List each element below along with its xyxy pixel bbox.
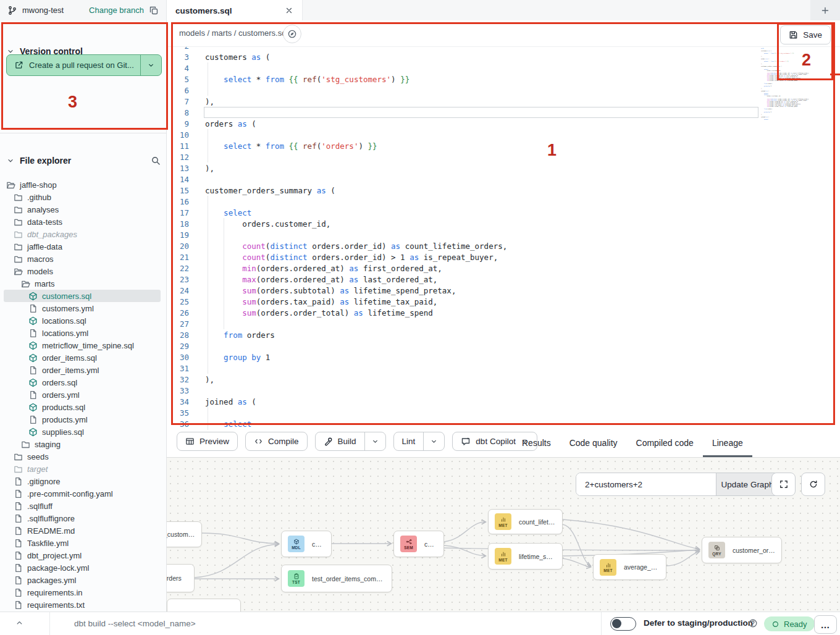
tree-item-customers.sql[interactable]: customers.sql xyxy=(28,290,91,302)
search-icon[interactable] xyxy=(151,156,161,166)
help-icon[interactable] xyxy=(748,618,758,628)
tree-item-analyses[interactable]: analyses xyxy=(14,203,59,216)
tree-item-Taskfile.yml[interactable]: Taskfile.yml xyxy=(14,537,69,549)
tree-item-label: products.yml xyxy=(42,415,88,424)
more-options-button[interactable]: … xyxy=(814,615,837,634)
node-badge-SEM: SEM xyxy=(400,536,417,552)
lineage-node-customers[interactable]: MDLcustomers xyxy=(281,531,332,557)
update-graph-button[interactable]: Update Graph xyxy=(716,473,778,495)
tree-item-requirements.txt[interactable]: requirements.txt xyxy=(14,599,85,611)
tree-item-package-lock.yml[interactable]: package-lock.yml xyxy=(14,561,89,574)
chevron-up-icon[interactable] xyxy=(15,618,24,628)
tree-item-label: Taskfile.yml xyxy=(27,539,69,548)
preview-button[interactable]: Preview xyxy=(177,432,238,451)
editor-minimap[interactable]: with customers as ( select * from {{ ref… xyxy=(761,48,809,120)
tree-item-.sqlfluffignore[interactable]: .sqlfluffignore xyxy=(14,512,75,524)
tree-item-label: data-tests xyxy=(27,217,62,227)
tree-item-locations.sql[interactable]: locations.sql xyxy=(28,314,86,327)
tab-customers-sql[interactable]: customers.sql xyxy=(167,0,303,21)
lineage-node-partial[interactable] xyxy=(167,599,241,612)
tree-item-jaffle-data[interactable]: jaffle-data xyxy=(14,240,62,253)
tree-item-seeds[interactable]: seeds xyxy=(14,450,49,463)
tab-results[interactable]: Results xyxy=(513,430,560,457)
tree-item-models[interactable]: models xyxy=(14,265,53,277)
tree-item-.pre-commit-config.yaml[interactable]: .pre-commit-config.yaml xyxy=(14,487,113,500)
tree-item-metricflow_time_spine.sql[interactable]: metricflow_time_spine.sql xyxy=(28,339,134,351)
compass-button[interactable] xyxy=(283,25,301,43)
status-bar: dbt build --select <model_name> Defer to… xyxy=(0,612,840,635)
tree-item-macros[interactable]: macros xyxy=(14,253,54,265)
code-line-3: 3customers as ( xyxy=(167,51,270,62)
code-line-5: 5 select * from {{ ref('stg_customers') … xyxy=(167,74,410,85)
copy-icon[interactable] xyxy=(149,6,159,15)
new-tab-button[interactable] xyxy=(810,0,840,20)
tree-item-locations.yml[interactable]: locations.yml xyxy=(28,327,88,339)
tree-item-order_items.yml[interactable]: order_items.yml xyxy=(28,364,99,376)
tab-code-quality[interactable]: Code quality xyxy=(560,430,627,457)
fullscreen-button[interactable] xyxy=(771,473,796,496)
create-pr-dropdown[interactable] xyxy=(140,55,161,75)
code-editor[interactable]: with customers as ( select * from {{ ref… xyxy=(167,47,840,430)
tab-lineage[interactable]: Lineage xyxy=(703,430,752,457)
status-badge: Ready xyxy=(764,616,815,631)
tree-item-.gitignore[interactable]: .gitignore xyxy=(14,475,60,487)
node-label: lifetime_spend_pretax xyxy=(519,553,556,560)
tree-item-dbt_project.yml[interactable]: dbt_project.yml xyxy=(14,549,82,561)
preview-label: Preview xyxy=(200,437,229,446)
lineage-node-customers[interactable]: SEMcustomers xyxy=(393,531,444,557)
model-cube-icon xyxy=(28,292,38,301)
chevron-down-icon xyxy=(430,437,438,445)
tree-item-target[interactable]: target xyxy=(14,463,48,475)
tree-item-dbt_packages[interactable]: dbt_packages xyxy=(14,228,77,240)
tree-item-packages.yml[interactable]: packages.yml xyxy=(14,574,76,586)
tree-item-README.md[interactable]: README.md xyxy=(14,524,75,537)
lineage-node-stg_customers[interactable]: stg_customers xyxy=(167,521,202,547)
lint-dropdown[interactable] xyxy=(423,432,444,450)
tree-item-order_items.sql[interactable]: order_items.sql xyxy=(28,351,97,364)
lineage-node-lifetime_spend_pretax[interactable]: METlifetime_spend_pretax xyxy=(488,543,563,570)
code-line-6: 6 xyxy=(167,85,205,96)
code-line-19: 19 xyxy=(167,229,205,240)
build-dropdown[interactable] xyxy=(364,432,385,450)
file-explorer-header[interactable]: File explorer xyxy=(6,156,161,166)
tree-item-label: jaffle-data xyxy=(27,242,62,251)
tree-item-marts[interactable]: marts xyxy=(21,277,55,290)
tree-item-products.yml[interactable]: products.yml xyxy=(28,413,88,426)
tree-item-requirements.in[interactable]: requirements.in xyxy=(14,586,83,599)
current-line-highlight xyxy=(204,107,758,118)
change-branch-link[interactable]: Change branch xyxy=(89,6,144,15)
tab-compiled-code[interactable]: Compiled code xyxy=(627,430,703,457)
tree-item-supplies.sql[interactable]: supplies.sql xyxy=(28,426,84,438)
tree-item-customers.yml[interactable]: customers.yml xyxy=(28,302,94,314)
lineage-node-count_lifetime_orders[interactable]: METcount_lifetime_orders xyxy=(488,509,563,534)
code-line-23: 23 max(orders.ordered_at) as last_ordere… xyxy=(167,274,437,285)
tree-item-data-tests[interactable]: data-tests xyxy=(14,216,62,228)
lineage-node-customer_order_metrics[interactable]: QRYcustomer_order_metrics xyxy=(702,537,782,563)
build-button[interactable]: Build xyxy=(316,432,364,450)
graph-selector-input[interactable] xyxy=(576,473,716,495)
node-label: customer_order_metrics xyxy=(733,547,775,554)
tree-item-label: products.sql xyxy=(42,403,85,412)
tree-item-.github[interactable]: .github xyxy=(14,191,51,203)
tree-item-staging[interactable]: staging xyxy=(21,438,61,450)
tree-item-orders.yml[interactable]: orders.yml xyxy=(28,389,80,401)
tree-item-jaffle-shop[interactable]: jaffle-shop xyxy=(6,179,57,191)
compile-button[interactable]: Compile xyxy=(245,432,308,451)
code-line-4: 4 xyxy=(167,62,205,74)
tree-item-products.sql[interactable]: products.sql xyxy=(28,401,85,413)
close-icon[interactable] xyxy=(285,6,293,15)
code-line-30: 30 group by 1 xyxy=(167,351,270,363)
lineage-node-average_order_value[interactable]: METaverage_order_value xyxy=(593,554,666,580)
lint-button[interactable]: Lint xyxy=(394,432,424,450)
command-input[interactable]: dbt build --select <model_name> xyxy=(74,619,196,628)
lineage-node-test_order_items_compute_to_bools...[interactable]: TSTtest_order_items_compute_to_bools... xyxy=(281,565,392,592)
tree-item-.sqlfluff[interactable]: .sqlfluff xyxy=(14,500,52,512)
tree-item-orders.sql[interactable]: orders.sql xyxy=(28,376,77,389)
create-pr-button[interactable]: Create a pull request on Git... xyxy=(6,54,162,76)
refresh-button[interactable] xyxy=(801,473,825,496)
wrench-icon xyxy=(324,437,333,446)
lineage-node-orders[interactable]: orders xyxy=(167,564,195,592)
defer-toggle[interactable] xyxy=(610,617,636,631)
node-label: count_lifetime_orders xyxy=(519,518,556,526)
save-button[interactable]: Save xyxy=(780,25,831,44)
